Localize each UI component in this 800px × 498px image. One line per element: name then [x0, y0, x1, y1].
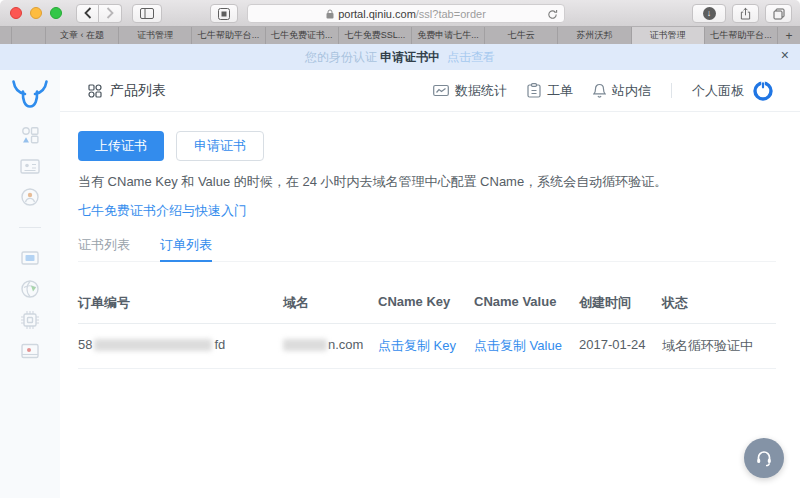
page-header: 产品列表 数据统计 — [60, 70, 800, 112]
share-icon — [740, 7, 751, 20]
table-header-row: 订单编号 域名 CName Key CName Value 创建时间 状态 — [78, 286, 776, 324]
nav-label: 数据统计 — [455, 82, 507, 100]
redacted-domain — [283, 339, 327, 351]
browser-tab[interactable]: 文章 ‹ 在题 — [46, 27, 119, 44]
browser-tab[interactable]: 七牛免费证书... — [266, 27, 339, 44]
lock-icon — [326, 9, 334, 19]
new-tab-button[interactable]: + — [778, 27, 800, 44]
user-badge-icon — [17, 184, 43, 210]
bell-icon — [593, 83, 606, 98]
browser-tab[interactable]: 七牛免费SSL... — [339, 27, 412, 44]
qiniu-ox-logo[interactable] — [12, 80, 48, 108]
address-bar[interactable]: portal.qiniu.com/ssl?tab=order — [247, 4, 565, 23]
copy-key-link[interactable]: 点击复制 Key — [378, 338, 456, 353]
browser-tab[interactable] — [12, 27, 46, 44]
browser-tab[interactable]: 证书管理 — [119, 27, 192, 44]
browser-tab-active[interactable]: 证书管理 — [632, 27, 705, 44]
downloads-button[interactable]: ↓ — [692, 4, 726, 23]
col-created: 创建时间 — [579, 286, 662, 323]
sidebar-item-media[interactable] — [17, 338, 43, 364]
orders-table: 订单编号 域名 CName Key CName Value 创建时间 状态 58… — [78, 286, 776, 369]
forward-button[interactable] — [99, 4, 122, 23]
panel-power-icon — [752, 80, 774, 102]
tab-cert-list[interactable]: 证书列表 — [78, 236, 130, 261]
ticket-clipboard-icon — [527, 83, 541, 98]
extension-button[interactable] — [210, 4, 238, 23]
zoom-window-button[interactable] — [50, 7, 62, 19]
browser-tab[interactable]: 七牛帮助平台... — [192, 27, 265, 44]
main-panel: 产品列表 数据统计 — [60, 70, 800, 498]
created-cell: 2017-01-24 — [579, 324, 662, 368]
nav-personal-panel[interactable]: 个人面板 — [692, 80, 774, 102]
app-area: 产品列表 数据统计 — [0, 70, 800, 498]
col-order-id: 订单编号 — [78, 286, 283, 323]
tabs-overview-icon — [773, 8, 785, 20]
left-sidebar — [0, 70, 60, 498]
copy-value-link[interactable]: 点击复制 Value — [474, 338, 562, 353]
nav-messages[interactable]: 站内信 — [593, 82, 651, 100]
sidebar-divider — [19, 227, 41, 228]
content-tabs: 证书列表 订单列表 — [78, 236, 776, 262]
extension-icon — [218, 8, 230, 20]
id-card-icon — [17, 153, 43, 179]
browser-tab[interactable]: 七牛云 — [485, 27, 558, 44]
nav-tickets[interactable]: 工单 — [527, 82, 573, 100]
col-domain: 域名 — [283, 286, 378, 323]
tabs-overview-button[interactable] — [765, 4, 792, 23]
browser-tab[interactable] — [0, 27, 12, 44]
sidebar-item-compute[interactable] — [17, 307, 43, 333]
refresh-button[interactable] — [547, 9, 558, 20]
col-cname-key: CName Key — [378, 286, 474, 323]
header-divider — [671, 83, 672, 98]
browser-tab[interactable]: 七牛帮助平台... — [705, 27, 778, 44]
storage-box-icon — [17, 245, 43, 271]
nav-label: 个人面板 — [692, 82, 744, 100]
url-host: portal.qiniu.com — [338, 8, 416, 20]
url-path: /ssl?tab=order — [416, 8, 486, 20]
sidebar-toggle-button[interactable] — [132, 4, 162, 23]
banner-link[interactable]: 点击查看 — [447, 49, 495, 66]
sidebar-item-identity[interactable] — [17, 153, 43, 179]
sidebar-item-certification[interactable] — [17, 184, 43, 210]
support-button[interactable] — [744, 438, 784, 478]
sidebar-item-storage[interactable] — [17, 245, 43, 271]
headset-icon — [754, 448, 774, 468]
browser-tab-bar: 文章 ‹ 在题 证书管理 七牛帮助平台... 七牛免费证书... 七牛免费SSL… — [0, 27, 800, 44]
tab-order-list[interactable]: 订单列表 — [160, 236, 212, 262]
page-title: 产品列表 — [110, 82, 166, 100]
banner-close-icon[interactable]: × — [781, 48, 789, 62]
share-button[interactable] — [732, 4, 759, 23]
content-area: 上传证书 申请证书 当有 CName Key 和 Value 的时候，在 24 … — [60, 112, 800, 369]
apply-cert-button[interactable]: 申请证书 — [176, 131, 264, 161]
guide-link[interactable]: 七牛免费证书介绍与快速入门 — [78, 203, 247, 218]
banner-prefix: 您的身份认证 — [305, 49, 377, 66]
nav-data-stats[interactable]: 数据统计 — [433, 82, 507, 100]
sidebar-toggle-icon — [140, 8, 154, 19]
table-row: 58fd n.com 点击复制 Key 点击复制 Value 2017-01-2… — [78, 324, 776, 369]
cname-tip-text: 当有 CName Key 和 Value 的时候，在 24 小时内去域名管理中心… — [78, 173, 776, 191]
redacted-order-id — [94, 339, 212, 351]
data-stats-icon — [433, 84, 449, 98]
banner-status: 申请证书中 — [380, 49, 440, 66]
col-cname-value: CName Value — [474, 286, 579, 323]
back-button[interactable] — [76, 4, 99, 23]
status-cell: 域名循环验证中 — [662, 324, 776, 368]
close-window-button[interactable] — [10, 7, 22, 19]
minimize-window-button[interactable] — [30, 7, 42, 19]
sidebar-item-cdn[interactable] — [17, 276, 43, 302]
forward-icon — [106, 7, 114, 19]
order-id-cell: 58fd — [78, 324, 283, 368]
upload-cert-button[interactable]: 上传证书 — [78, 131, 164, 161]
notification-banner: 您的身份认证 申请证书中 点击查看 × — [0, 44, 800, 70]
sidebar-item-products[interactable] — [17, 122, 43, 148]
browser-toolbar: portal.qiniu.com/ssl?tab=order ↓ — [0, 0, 800, 27]
traffic-lights — [10, 7, 62, 19]
browser-tab[interactable]: 免费申请七牛... — [412, 27, 485, 44]
cname-key-cell: 点击复制 Key — [378, 324, 474, 368]
media-player-icon — [17, 338, 43, 364]
grid-icon — [88, 84, 102, 98]
cdn-globe-icon — [17, 276, 43, 302]
browser-tab[interactable]: 苏州沃邦 — [558, 27, 631, 44]
compute-chip-icon — [17, 307, 43, 333]
back-icon — [84, 7, 92, 19]
